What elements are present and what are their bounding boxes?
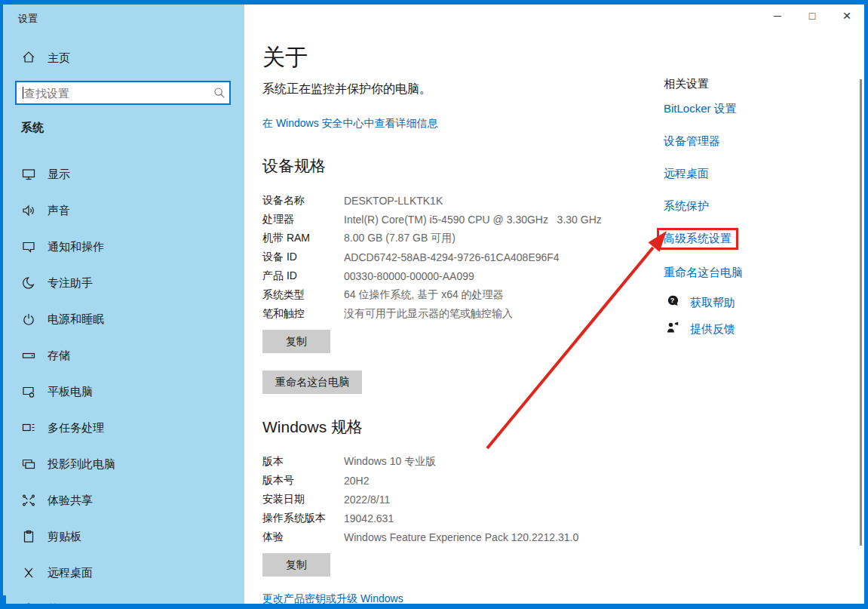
project-icon: [21, 457, 36, 472]
minimize-button[interactable]: ─: [760, 5, 795, 27]
spec-row-product-id: 产品 ID00330-80000-00000-AA099: [262, 266, 655, 285]
spec-row-device-name: 设备名称DESKTOP-LLKTK1K: [262, 191, 655, 210]
sidebar-item-remote-desktop[interactable]: 远程桌面: [3, 555, 244, 591]
change-product-key-link[interactable]: 更改产品密钥或升级 Windows: [262, 592, 403, 604]
spec-row-system-type: 系统类型64 位操作系统, 基于 x64 的处理器: [262, 285, 655, 304]
spec-row-install-date: 安装日期2022/8/11: [262, 490, 655, 509]
spec-row-processor: 处理器Intel(R) Core(TM) i5-4590 CPU @ 3.30G…: [262, 210, 655, 229]
rename-pc-button[interactable]: 重命名这台电脑: [262, 371, 362, 394]
give-feedback-link[interactable]: 提供反馈: [665, 320, 735, 338]
advanced-system-settings-link[interactable]: 高级系统设置: [664, 232, 732, 246]
rename-pc-link[interactable]: 重命名这台电脑: [664, 266, 852, 280]
remote-desktop-icon: [21, 565, 36, 580]
sidebar-item-multitasking[interactable]: 多任务处理: [3, 410, 244, 446]
spec-row-experience: 体验Windows Feature Experience Pack 120.22…: [262, 527, 655, 546]
sidebar-nav: 显示 声音 通知和操作 专注助手 电源和睡眠: [3, 156, 244, 604]
device-manager-link[interactable]: 设备管理器: [664, 134, 852, 149]
device-spec-table: 设备名称DESKTOP-LLKTK1K 处理器Intel(R) Core(TM)…: [262, 191, 655, 323]
home-label: 主页: [48, 51, 70, 66]
sidebar-item-sound[interactable]: 声音: [3, 192, 244, 229]
get-help-icon: ?: [665, 294, 680, 312]
main-content: ─ □ × 关于 系统正在监控并保护你的电脑。 在 Windows 安全中心中查…: [244, 5, 864, 604]
device-spec-title: 设备规格: [262, 155, 326, 177]
sidebar-item-notifications[interactable]: 通知和操作: [3, 229, 244, 265]
vertical-scrollbar[interactable]: [860, 79, 862, 546]
notification-icon: [21, 239, 36, 254]
search-box[interactable]: [15, 81, 231, 105]
sidebar-item-display[interactable]: 显示: [3, 156, 244, 192]
spec-row-edition: 版本Windows 10 专业版: [262, 452, 655, 471]
window-title: 设置: [18, 12, 38, 26]
search-input[interactable]: [23, 87, 210, 100]
remote-desktop-link[interactable]: 远程桌面: [664, 167, 852, 181]
power-icon: [21, 312, 36, 327]
info-icon: [21, 601, 36, 604]
feedback-icon: [665, 320, 680, 338]
sidebar-item-about[interactable]: 关于: [3, 591, 244, 604]
window-controls: ─ □ ×: [760, 5, 864, 27]
bitlocker-link[interactable]: BitLocker 设置: [664, 102, 852, 116]
spec-row-version: 版本号20H2: [262, 471, 655, 490]
moon-icon: [21, 275, 36, 291]
system-protection-link[interactable]: 系统保护: [664, 199, 852, 214]
sidebar-item-focus-assist[interactable]: 专注助手: [3, 265, 244, 301]
sidebar-item-clipboard[interactable]: 剪贴板: [3, 518, 244, 555]
spec-row-ram: 机带 RAM8.00 GB (7.87 GB 可用): [262, 229, 655, 248]
spec-row-device-id: 设备 IDADCD6742-58AB-4294-9726-61CA408E96F…: [262, 248, 655, 266]
sidebar-item-home[interactable]: 主页: [21, 50, 70, 67]
home-icon: [21, 50, 36, 67]
share-icon: [21, 493, 36, 508]
speaker-icon: [21, 203, 36, 218]
multitask-icon: [21, 420, 36, 435]
clipboard-icon: [21, 529, 36, 544]
close-button[interactable]: ×: [830, 5, 864, 27]
maximize-button[interactable]: □: [795, 5, 830, 27]
sidebar-item-power-sleep[interactable]: 电源和睡眠: [3, 301, 244, 337]
display-icon: [21, 167, 36, 182]
red-highlight-box: 高级系统设置: [657, 228, 738, 250]
sidebar: 设置 主页 系统 显示: [3, 5, 244, 604]
copy-windows-spec-button[interactable]: 复制: [262, 553, 330, 577]
get-help-link[interactable]: ? 获取帮助: [665, 294, 735, 312]
search-icon[interactable]: [210, 86, 229, 100]
security-center-link[interactable]: 在 Windows 安全中心中查看详细信息: [262, 117, 438, 131]
help-links: ? 获取帮助 提供反馈: [665, 294, 735, 346]
copy-device-spec-button[interactable]: 复制: [262, 330, 330, 353]
spec-row-pen-touch: 笔和触控没有可用于此显示器的笔或触控输入: [262, 304, 655, 323]
related-settings-title: 相关设置: [664, 77, 852, 91]
spec-row-os-build: 操作系统版本19042.631: [262, 509, 655, 527]
windows-spec-title: Windows 规格: [262, 417, 363, 438]
page-title: 关于: [262, 42, 308, 73]
sidebar-item-storage[interactable]: 存储: [3, 337, 244, 374]
related-settings: 相关设置 BitLocker 设置 设备管理器 远程桌面 系统保护 高级系统设置…: [664, 77, 852, 298]
settings-window: 设置 主页 系统 显示: [0, 0, 868, 609]
windows-spec-table: 版本Windows 10 专业版 版本号20H2 安装日期2022/8/11 操…: [262, 452, 655, 546]
intro-text: 系统正在监控并保护你的电脑。: [262, 82, 431, 97]
sidebar-item-tablet[interactable]: 平板电脑: [3, 374, 244, 410]
storage-icon: [21, 348, 36, 363]
sidebar-section-header: 系统: [21, 121, 44, 135]
tablet-icon: [21, 384, 36, 399]
svg-text:?: ?: [670, 297, 675, 304]
sidebar-item-shared-experiences[interactable]: 体验共享: [3, 482, 244, 518]
sidebar-item-projecting[interactable]: 投影到此电脑: [3, 446, 244, 482]
